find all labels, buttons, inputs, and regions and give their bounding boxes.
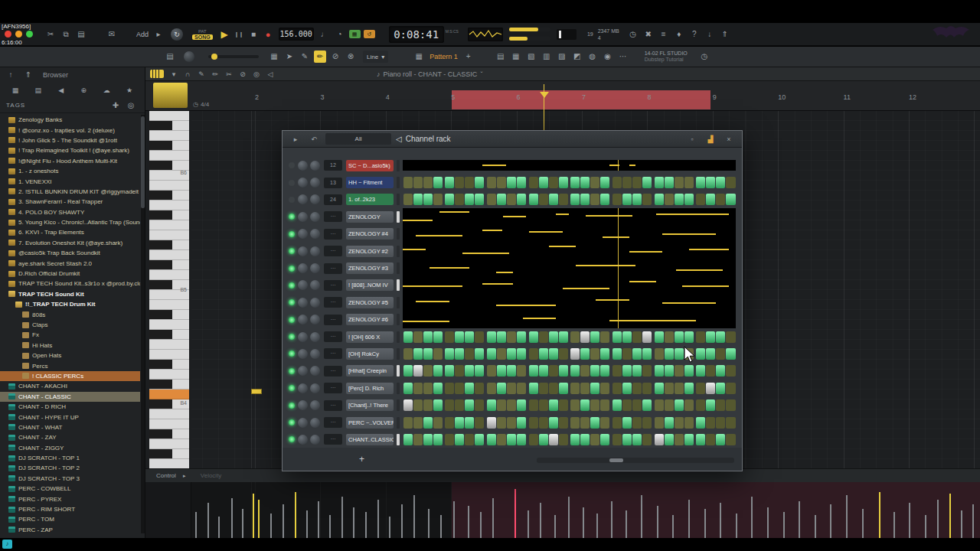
volume-knob[interactable]	[310, 298, 320, 308]
add-menu-arrow-icon[interactable]: ▸	[152, 28, 165, 41]
volume-knob[interactable]	[310, 315, 320, 324]
pan-knob[interactable]	[298, 435, 308, 445]
step-cell[interactable]	[517, 348, 526, 360]
step-cell[interactable]	[622, 194, 632, 205]
velocity-stem[interactable]	[468, 506, 469, 538]
pan-knob[interactable]	[298, 212, 308, 222]
timeline-selection[interactable]	[452, 90, 710, 109]
step-cell[interactable]	[716, 383, 725, 394]
step-cell[interactable]	[487, 348, 496, 360]
piano-key[interactable]	[149, 350, 189, 360]
add-menu-button[interactable]: Add	[136, 31, 149, 38]
step-cell[interactable]	[570, 331, 580, 343]
velocity-stem[interactable]	[306, 510, 308, 538]
step-cell[interactable]	[612, 348, 622, 360]
channel-mute-led[interactable]	[289, 368, 295, 374]
step-cell[interactable]	[665, 365, 674, 377]
channel-mute-led[interactable]	[289, 419, 295, 425]
velocity-stem[interactable]	[231, 498, 233, 538]
step-cell[interactable]	[455, 383, 464, 394]
step-cell[interactable]	[580, 348, 590, 360]
browser-item[interactable]: Zenology Banks	[0, 115, 140, 125]
step-cell[interactable]	[675, 417, 684, 429]
pan-knob[interactable]	[298, 263, 308, 273]
velocity-stem[interactable]	[611, 501, 612, 538]
pan-knob[interactable]	[298, 366, 308, 376]
channel-target-box[interactable]: ⋯	[324, 263, 342, 274]
pattern-preview[interactable]	[403, 243, 736, 259]
step-cell[interactable]	[726, 383, 735, 394]
step-cell[interactable]	[706, 383, 715, 394]
step-cell[interactable]	[549, 348, 558, 360]
velocity-stem[interactable]	[736, 514, 737, 538]
step-cell[interactable]	[632, 177, 642, 188]
step-cell[interactable]	[559, 331, 568, 343]
browser-item[interactable]: @casio5k Trap Back Soundkit	[0, 248, 140, 258]
step-cell[interactable]	[529, 365, 538, 377]
piano-key[interactable]	[149, 131, 189, 141]
step-cell[interactable]	[507, 365, 516, 377]
step-cell[interactable]	[423, 194, 433, 205]
piano-key[interactable]	[149, 360, 189, 370]
pause-button[interactable]: ❙❙	[232, 28, 247, 41]
step-cell[interactable]	[559, 434, 568, 445]
browser-item[interactable]: TRAP TECH Sound Kit..s3r1o x @prod.by.cl…	[0, 279, 140, 289]
step-cell[interactable]	[580, 434, 590, 445]
piano-key[interactable]	[149, 320, 189, 330]
step-cell[interactable]	[716, 399, 725, 411]
step-cell[interactable]	[539, 177, 548, 188]
volume-knob[interactable]	[310, 246, 320, 256]
step-cell[interactable]	[665, 434, 674, 445]
step-cell[interactable]	[465, 383, 474, 394]
channel-mute-led[interactable]	[289, 436, 295, 442]
export-icon[interactable]: ⇑	[719, 28, 731, 41]
step-cell[interactable]	[455, 365, 464, 377]
step-cell[interactable]	[590, 331, 599, 343]
channel-target-box[interactable]: ⋯	[324, 229, 342, 240]
step-cell[interactable]	[716, 177, 725, 188]
piano-key[interactable]	[149, 380, 189, 390]
midi-note[interactable]	[251, 389, 262, 394]
mic-icon[interactable]: ♦	[673, 28, 685, 41]
step-cell[interactable]	[726, 194, 735, 205]
step-cell[interactable]	[655, 177, 664, 188]
piano-key[interactable]	[149, 370, 189, 380]
control-label[interactable]: Control	[156, 472, 176, 479]
step-cell[interactable]	[507, 399, 516, 411]
pattern-preview[interactable]	[403, 259, 736, 276]
piano-key[interactable]	[149, 240, 189, 250]
browser-item[interactable]: !@Night Flu - Hood Anthem Multi-Kit	[0, 156, 140, 166]
step-cell[interactable]	[549, 383, 558, 394]
step-cell[interactable]	[655, 417, 664, 429]
brush-tool-icon[interactable]: ✏	[314, 51, 326, 63]
channel-button[interactable]: ZENOLOGY #3	[346, 262, 394, 274]
step-cell[interactable]	[632, 194, 642, 205]
volume-knob[interactable]	[310, 263, 320, 273]
step-cell[interactable]	[497, 365, 506, 377]
channel-target-box[interactable]: ⋯	[324, 246, 342, 256]
velocity-stem[interactable]	[514, 489, 516, 538]
step-cell[interactable]	[497, 331, 506, 343]
piano-key[interactable]	[149, 151, 189, 161]
step-cell[interactable]	[529, 194, 538, 205]
step-cell[interactable]	[590, 434, 599, 445]
channel-mute-led[interactable]	[289, 282, 295, 289]
step-cell[interactable]	[600, 383, 609, 394]
browser-item[interactable]: ! Trap Reimagined Toolkit ! (@aye.shark)	[0, 145, 140, 155]
channel-mute-led[interactable]	[289, 248, 295, 254]
project-info-icon[interactable]: ◷	[698, 51, 710, 63]
volume-knob[interactable]	[310, 366, 320, 376]
view-grid-icon[interactable]: ▦	[11, 84, 20, 96]
step-cell[interactable]	[622, 399, 632, 411]
step-cell[interactable]	[675, 365, 684, 377]
step-cell[interactable]	[403, 434, 413, 445]
pan-knob[interactable]	[298, 383, 308, 393]
pattern-preview[interactable]	[403, 277, 736, 294]
step-cell[interactable]	[423, 399, 433, 411]
step-cell[interactable]	[559, 177, 568, 188]
browser-item[interactable]: aye.shark Secret Stash 2.0	[0, 258, 140, 268]
piano-key[interactable]	[149, 260, 189, 270]
step-cell[interactable]	[632, 434, 642, 445]
pr-pencil-icon[interactable]: ✎	[196, 69, 207, 80]
velocity-stem[interactable]	[783, 512, 785, 538]
